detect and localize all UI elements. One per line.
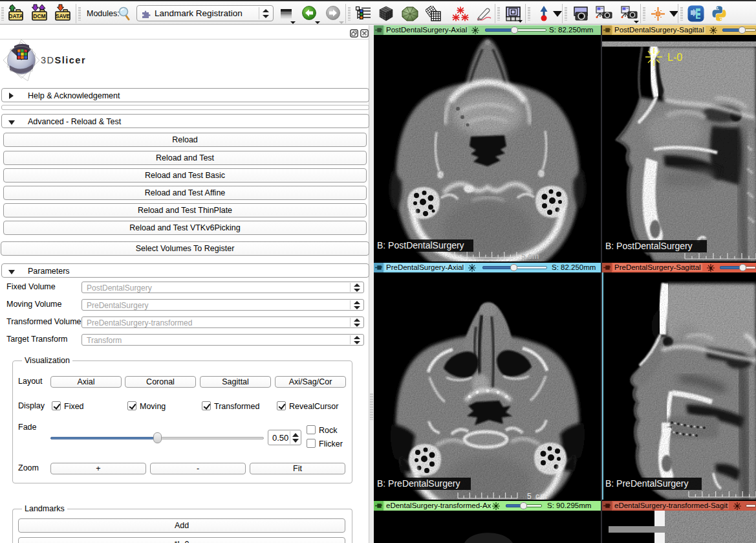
svg-text:5 cm: 5 cm [521, 252, 539, 261]
svg-text:B: PostDentalSurgery: B: PostDentalSurgery [605, 241, 693, 251]
svg-text:5 cm: 5 cm [527, 492, 548, 500]
svg-text:B: PostDentalSurgery: B: PostDentalSurgery [377, 240, 464, 250]
svg-text:L-0: L-0 [667, 52, 682, 63]
svg-text:B: PreDentalSurgery: B: PreDentalSurgery [377, 478, 460, 489]
svg-text:DATA: DATA [8, 13, 23, 19]
svg-text:SAVE: SAVE [56, 13, 70, 19]
svg-text:B: PreDentalSurgery: B: PreDentalSurgery [605, 478, 688, 489]
svg-text:DCM: DCM [33, 13, 45, 19]
